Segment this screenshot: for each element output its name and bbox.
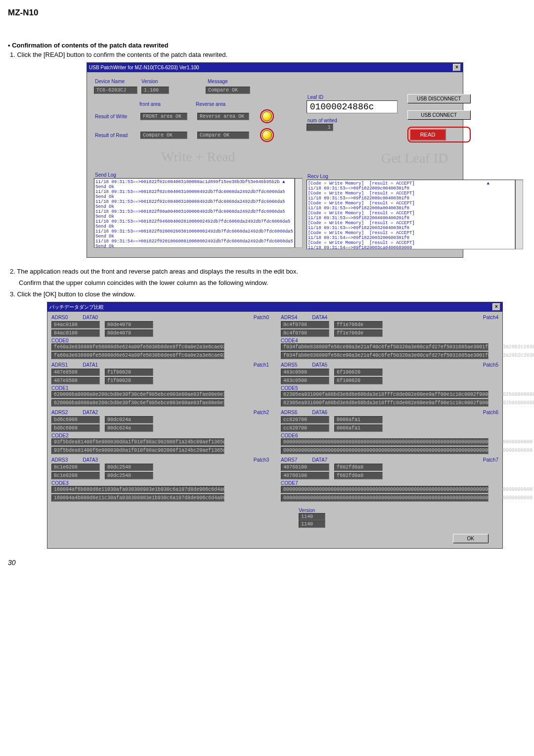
code-field: 93f5bdea81400f6e900030d8a1f010f98ac90200…: [51, 447, 224, 454]
adrs-field: 40760100: [281, 472, 329, 479]
data-field: 6f100020: [334, 377, 383, 384]
step-2b: Confirm that the upper column coincides …: [19, 279, 534, 286]
data-label: DATA2: [83, 410, 98, 415]
data-field: 90dc024a: [105, 425, 153, 432]
patch-block-0: ADRS0DATA0Patch084ac010880de407984ac0108…: [51, 315, 269, 359]
scrollbar[interactable]: [515, 180, 523, 249]
write-reverse-status: Reverse area OK: [197, 113, 249, 120]
num-writed-field: 1: [307, 124, 333, 131]
patchwriter-window: USB PatchWriter for MZ-N10(TC6-6203) Ver…: [87, 62, 463, 258]
reverse-area-label: Reverse area: [195, 101, 226, 107]
patch-block-6: ADRS6DATA6Patch6cc8207000008afa1cc820700…: [281, 410, 498, 454]
window-title-2: パッチデータダンプ比較: [49, 304, 104, 311]
data-field: 80de4079: [105, 330, 153, 337]
adrs-label: ADRS4: [281, 315, 297, 320]
close-icon[interactable]: ×: [453, 64, 461, 71]
code-field: 0000000000000000000000000000000000000000…: [281, 447, 489, 454]
patch-block-7: ADRS7DATA7Patch740760100f602fd0a04076010…: [281, 457, 498, 502]
patch-block-4: ADRS4DATA4Patch48c4f0708ff1e706de8c4f070…: [281, 315, 498, 359]
patch-num: Patch3: [254, 457, 269, 463]
ghost-write-read: Write + Read: [94, 144, 303, 172]
adrs-label: ADRS6: [281, 410, 297, 415]
adrs-field: 483c0500: [281, 369, 329, 376]
adrs-field: 487e8508: [51, 369, 100, 376]
leaf-id-label: Leaf ID: [307, 94, 398, 100]
data-field: ff1e706de: [334, 330, 383, 337]
patch-num: Patch1: [254, 362, 269, 368]
patch-block-2: ADRS2DATA2Patch2bd6c690890dc024abd6c6908…: [51, 410, 269, 454]
adrs-field: 8c4f0708: [281, 330, 329, 337]
send-log[interactable]: 11/18 09:31:53==>001822f02c004003100000a…: [94, 178, 295, 248]
adrs-label: ADRS5: [281, 362, 297, 368]
patch-num: Patch4: [483, 315, 498, 320]
message-field: Compare OK: [206, 87, 250, 94]
data-label: DATA3: [83, 457, 98, 463]
read-compare-1: Compare OK: [140, 132, 187, 139]
titlebar: USB PatchWriter for MZ-N10(TC6-6203) Ver…: [87, 63, 463, 72]
close-icon[interactable]: ×: [492, 303, 500, 311]
code-field: 160094a4b080d6e11c30afa030308983e1b930c6…: [51, 494, 224, 502]
send-log-area: 11/18 09:31:53==>001822f02c004003100000a…: [94, 178, 303, 248]
code-field: f034fab0e838809fe58ce90a3e21af40c6fef503…: [281, 352, 489, 359]
ghost-get-leaf-id: Get Leaf ID: [307, 144, 523, 173]
adrs-field: bd6c6908: [51, 416, 100, 424]
data-field: 80dc2548: [105, 464, 153, 471]
adrs-label: ADRS2: [51, 410, 68, 415]
data-label: DATA5: [312, 362, 327, 368]
adrs-field: 40760100: [281, 464, 329, 471]
code-field: 620000ba0800a0e200cbd0e30f30c6ef905ebce0…: [51, 391, 224, 398]
step-2: 2. The application reads out the front a…: [10, 268, 534, 275]
adrs-field: 8c1e0208: [51, 464, 100, 471]
data-label: DATA4: [312, 315, 327, 320]
adrs-field: cc820700: [281, 416, 329, 424]
version-label: Version: [140, 78, 172, 85]
usb-disconnect-button[interactable]: USB DISCONNECT: [407, 94, 471, 103]
code-field: 93f5bdea81400f6e900030d8a1f010f98ac90200…: [51, 438, 224, 446]
code-label: CODE4: [281, 338, 498, 343]
data-field: f602fd0a0: [334, 472, 383, 479]
version-field-b: 1140: [299, 520, 325, 528]
data-field: 0008afa1: [334, 425, 383, 432]
write-led-ring: [260, 109, 274, 123]
ok-button[interactable]: OK: [453, 534, 489, 543]
patch-block-3: ADRS3DATA3Patch38c1e020880dc25488c1e0208…: [51, 457, 269, 502]
code-label: CODE2: [51, 433, 269, 438]
device-name-field: TC6-6203CJ: [94, 87, 137, 94]
step-1: 1. Click the [READ] button to confirm th…: [10, 51, 534, 58]
read-led-ring: [260, 128, 274, 142]
led-icon: [262, 111, 272, 121]
code-field: 62305ea931000fa80bd3e8d6e60bda3e18fffc8d…: [281, 391, 489, 398]
code-label: CODE0: [51, 338, 269, 343]
code-label: CODE6: [281, 433, 498, 438]
code-field: 0000000000000000000000000000000000000000…: [281, 494, 489, 502]
code-field: fe60a3e838809fe58080d6e624a09fe5030b0dee…: [51, 343, 224, 351]
scrollbar[interactable]: [295, 178, 303, 248]
front-area-label: front area: [138, 101, 195, 107]
adrs-field: cc820700: [281, 425, 329, 432]
data-field: f1f00020: [105, 369, 153, 376]
patch-block-5: ADRS5DATA5Patch5483c05006f100020483c0500…: [281, 362, 498, 407]
code-label: CODE3: [51, 480, 269, 486]
patch-block-1: ADRS1DATA1Patch1487e8508f1f00020487e8508…: [51, 362, 269, 407]
device-name-label: Device Name: [94, 78, 140, 85]
version-field: 1.100: [141, 87, 169, 94]
num-writed-label: num of writed: [307, 117, 398, 124]
patch-num: Patch2: [254, 410, 269, 415]
code-field: 62305ea931000fa80bd3e8d6e60bda3e18fffc8d…: [281, 399, 489, 407]
data-label: DATA6: [312, 410, 327, 415]
code-field: 0000000000000000000000000000000000000000…: [281, 438, 489, 446]
result-read-label: Result of Read: [94, 132, 136, 139]
data-field: 80de4079: [105, 321, 153, 329]
adrs-field: 84ac0108: [51, 321, 100, 329]
adrs-label: ADRS7: [281, 457, 297, 463]
data-field: 0008afa1: [334, 416, 383, 424]
adrs-field: 84ac0108: [51, 330, 100, 337]
usb-connect-button[interactable]: USB CONNECT: [407, 110, 471, 120]
patch-num: Patch5: [483, 362, 498, 368]
read-button[interactable]: READ: [409, 129, 446, 141]
page-title: MZ-N10: [8, 8, 534, 18]
recv-log[interactable]: [Code = Write Memory] [result = ACCEPT] …: [307, 180, 515, 249]
code-label: CODE7: [281, 480, 498, 486]
version-label-2: Version: [299, 508, 325, 513]
message-label: Message: [207, 78, 229, 85]
